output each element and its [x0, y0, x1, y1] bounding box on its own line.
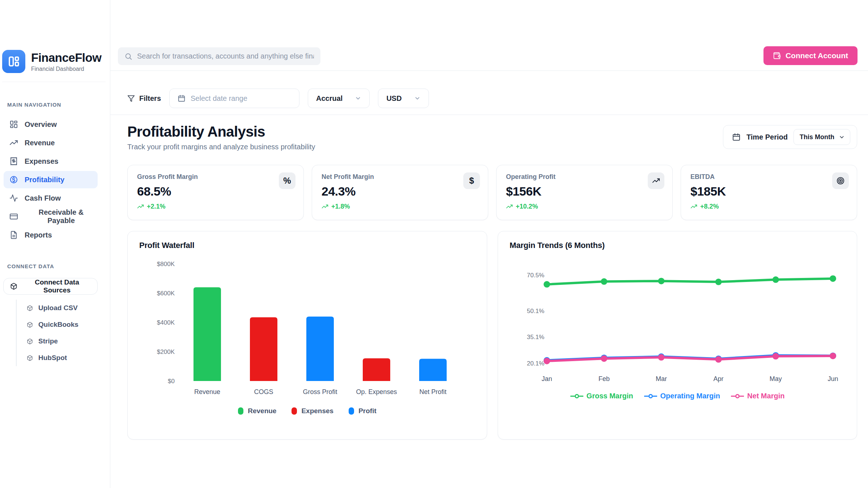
x-axis-label: Op. Expenses: [356, 388, 397, 395]
point-gross-margin-feb[interactable]: [601, 278, 607, 285]
sidebar-subitem-upload-csv[interactable]: Upload CSV: [17, 300, 110, 316]
connect-data-sources-label: Connect Data Sources: [23, 278, 91, 294]
kpi-change: +1.8%: [322, 203, 478, 210]
search-icon: [124, 52, 132, 60]
kpi-change: +10.2%: [506, 203, 663, 210]
cube-icon: [27, 305, 33, 311]
point-gross-margin-jan[interactable]: [544, 281, 550, 288]
x-axis-label: Apr: [714, 375, 724, 382]
subitem-label: Upload CSV: [38, 304, 78, 312]
point-net-margin-jan[interactable]: [544, 358, 550, 364]
connect-data-label: CONNECT DATA: [7, 263, 110, 269]
point-net-margin-apr[interactable]: [715, 356, 722, 363]
trending-up-icon: [9, 138, 18, 147]
x-axis-label: Revenue: [194, 388, 220, 395]
wallet-icon: [773, 52, 781, 60]
legend-item-gross-margin[interactable]: Gross Margin: [570, 392, 633, 400]
point-net-margin-mar[interactable]: [658, 354, 664, 361]
date-range-input[interactable]: Select date range: [169, 89, 299, 108]
kpi-card-gross-profit-margin: Gross Profit Margin68.5%+2.1%%: [127, 165, 304, 220]
profit-waterfall-chart: $0$200K$400K$600K$800KRevenueCOGSGross P…: [139, 254, 475, 399]
cube-icon: [10, 283, 17, 290]
currency-select[interactable]: USD: [378, 89, 429, 108]
legend-item-operating-margin[interactable]: Operating Margin: [644, 392, 720, 400]
sidebar-item-reports[interactable]: Reports: [4, 226, 98, 244]
main-navigation: OverviewRevenueExpensesProfitabilityCash…: [0, 116, 110, 244]
chart-title: Profit Waterfall: [139, 241, 475, 250]
y-axis-tick: $600K: [157, 290, 175, 297]
main-column: Connect Account Filters Select date rang…: [110, 0, 868, 488]
bar-op-expenses[interactable]: [363, 358, 390, 381]
sidebar: FinanceFlow Financial Dashboard MAIN NAV…: [0, 0, 110, 488]
legend-item-revenue: Revenue: [238, 407, 276, 415]
margin-trends-card: Margin Trends (6 Months) 20.1%35.1%50.1%…: [498, 231, 857, 440]
search-input[interactable]: [137, 52, 314, 60]
legend-marker: [731, 394, 744, 399]
cube-icon: [27, 355, 33, 361]
kpi-label: Net Profit Margin: [322, 173, 478, 181]
connect-account-label: Connect Account: [786, 51, 848, 60]
point-gross-margin-apr[interactable]: [715, 279, 722, 285]
kpi-row: Gross Profit Margin68.5%+2.1%%Net Profit…: [127, 165, 857, 220]
chevron-down-icon: [355, 95, 361, 102]
x-axis-label: Jun: [827, 375, 838, 382]
trending-up-icon: [690, 203, 697, 210]
sidebar-item-profitability[interactable]: Profitability: [4, 171, 98, 188]
date-range-placeholder: Select date range: [191, 94, 247, 103]
sidebar-item-cash-flow[interactable]: Cash Flow: [4, 189, 98, 207]
connect-data-sources-button[interactable]: Connect Data Sources: [3, 278, 98, 295]
time-period-card: Time Period This Month: [723, 125, 857, 149]
bar-cogs[interactable]: [250, 317, 277, 381]
accounting-basis-select[interactable]: Accrual: [308, 89, 370, 108]
sidebar-subitem-quickbooks[interactable]: QuickBooks: [17, 316, 110, 333]
sidebar-item-label: Overview: [25, 120, 57, 129]
global-search[interactable]: [118, 47, 320, 65]
time-period-label: Time Period: [746, 133, 788, 141]
sidebar-item-receivable-payable[interactable]: Receivable & Payable: [4, 208, 98, 225]
page-subtitle: Track your profit margins and analyze bu…: [127, 143, 315, 151]
profit-waterfall-card: Profit Waterfall $0$200K$400K$600K$800KR…: [127, 231, 487, 440]
brand-tagline: Financial Dashboard: [31, 66, 101, 72]
point-net-margin-feb[interactable]: [601, 355, 607, 362]
legend-item-net-margin[interactable]: Net Margin: [731, 392, 784, 400]
kpi-label: EBITDA: [690, 173, 847, 181]
x-axis-label: Net Profit: [419, 388, 446, 395]
point-net-margin-jun[interactable]: [830, 353, 836, 359]
sidebar-item-revenue[interactable]: Revenue: [4, 134, 98, 151]
bar-revenue[interactable]: [193, 287, 221, 381]
sidebar-item-label: Reports: [25, 231, 52, 239]
connect-account-button[interactable]: Connect Account: [763, 46, 858, 65]
sidebar-item-expenses[interactable]: Expenses: [4, 153, 98, 170]
kpi-card-ebitda: EBITDA$185K+8.2%: [681, 165, 857, 220]
margin-trends-chart: 20.1%35.1%50.1%70.5%JanFebMarAprMayJun: [510, 254, 845, 387]
x-axis-label: Mar: [656, 375, 667, 382]
credit-card-icon: [9, 212, 18, 221]
point-gross-margin-jun[interactable]: [830, 275, 836, 282]
time-period-select[interactable]: This Month: [793, 129, 850, 145]
filters-toggle[interactable]: Filters: [127, 89, 161, 108]
calendar-icon: [732, 133, 741, 141]
point-gross-margin-mar[interactable]: [658, 278, 664, 284]
time-period-value: This Month: [800, 133, 834, 141]
main-navigation-label: MAIN NAVIGATION: [7, 102, 110, 108]
bar-gross-profit[interactable]: [306, 317, 334, 381]
kpi-value: 68.5%: [137, 184, 294, 198]
page-header: Profitability Analysis Track your profit…: [127, 124, 857, 151]
percent-icon: %: [279, 172, 295, 189]
legend-marker: [570, 394, 583, 399]
subitem-label: HubSpot: [38, 354, 67, 362]
filters-label: Filters: [139, 94, 161, 103]
y-axis-tick: 50.1%: [527, 308, 544, 314]
kpi-value: $156K: [506, 184, 663, 198]
sidebar-subitem-hubspot[interactable]: HubSpot: [17, 350, 110, 366]
point-net-margin-may[interactable]: [773, 353, 779, 360]
sidebar-item-overview[interactable]: Overview: [4, 116, 98, 133]
y-axis-tick: 20.1%: [527, 360, 544, 367]
kpi-change: +2.1%: [137, 203, 294, 210]
point-gross-margin-may[interactable]: [773, 277, 779, 283]
sidebar-subitem-stripe[interactable]: Stripe: [17, 333, 110, 350]
bar-net-profit[interactable]: [419, 359, 447, 381]
calendar-icon: [178, 94, 186, 102]
currency-value: USD: [386, 94, 401, 103]
content: Profitability Analysis Track your profit…: [110, 115, 868, 488]
